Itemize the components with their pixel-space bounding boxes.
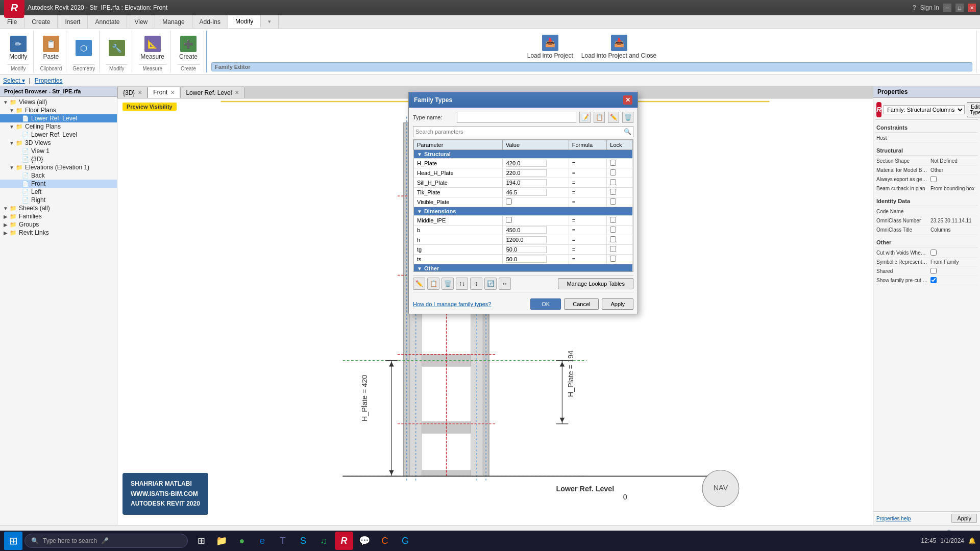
help-icon[interactable]: ? bbox=[913, 4, 916, 11]
b-value[interactable] bbox=[506, 227, 547, 234]
dialog-apply-button[interactable]: Apply bbox=[602, 298, 633, 310]
taskbar-skype[interactable]: S bbox=[294, 532, 312, 550]
tree-floor-plans[interactable]: ▼ 📁 Floor Plans bbox=[0, 106, 117, 114]
tree-front[interactable]: 📄 Front bbox=[0, 180, 117, 188]
tg-value[interactable] bbox=[506, 246, 547, 253]
minimize-button[interactable]: ─ bbox=[943, 4, 951, 12]
h-plate-lock[interactable] bbox=[610, 160, 616, 166]
load-into-project-btn[interactable]: 📥 Load into Project bbox=[525, 34, 575, 60]
tree-views-all[interactable]: ▼ 📁 Views (all) bbox=[0, 98, 117, 106]
dialog-cancel-button[interactable]: Cancel bbox=[564, 298, 599, 310]
move-down-button[interactable]: ↕ bbox=[470, 278, 482, 290]
tree-left[interactable]: 📄 Left bbox=[0, 188, 117, 196]
taskbar-spotify[interactable]: ♫ bbox=[314, 532, 333, 550]
tree-3d[interactable]: 📄 {3D} bbox=[0, 155, 117, 163]
sort-button[interactable]: 🔃 bbox=[484, 278, 497, 290]
tab-modify[interactable]: Modify bbox=[228, 15, 261, 28]
taskbar-teams[interactable]: T bbox=[274, 532, 292, 550]
type-name-input[interactable] bbox=[457, 112, 576, 123]
view-tab-front[interactable]: Front ✕ bbox=[148, 87, 180, 98]
tab-create[interactable]: Create bbox=[24, 15, 58, 28]
create-btn[interactable]: ➕ Create bbox=[177, 35, 200, 61]
param-search-input[interactable] bbox=[413, 126, 633, 137]
taskbar-app2[interactable]: C bbox=[376, 532, 394, 550]
sign-in[interactable]: Sign In bbox=[920, 4, 939, 11]
type-delete-button[interactable]: 🗑️ bbox=[622, 112, 633, 123]
type-rename-button[interactable]: ✏️ bbox=[608, 112, 619, 123]
tree-ceiling-plans[interactable]: ▼ 📁 Ceiling Plans bbox=[0, 122, 117, 131]
tab-annotate[interactable]: Annotate bbox=[88, 15, 127, 28]
view-tab-front-close[interactable]: ✕ bbox=[170, 90, 175, 95]
tg-lock[interactable] bbox=[610, 246, 616, 252]
tik-plate-lock[interactable] bbox=[610, 189, 616, 195]
h-plate-value[interactable] bbox=[506, 160, 547, 167]
paste-btn[interactable]: 📋 Paste bbox=[41, 35, 61, 61]
sill-h-plate-value[interactable] bbox=[506, 179, 547, 186]
close-button[interactable]: ✕ bbox=[968, 4, 976, 12]
modify-tools-btn[interactable]: 🔧 bbox=[107, 39, 127, 57]
shared-checkbox[interactable] bbox=[930, 268, 937, 274]
dialog-ok-button[interactable]: OK bbox=[530, 298, 561, 310]
visible-plate-lock[interactable] bbox=[610, 198, 616, 205]
tree-groups[interactable]: ▶ 📁 Groups bbox=[0, 220, 117, 229]
head-h-plate-value[interactable] bbox=[506, 169, 547, 177]
tree-3d-views[interactable]: ▼ 📁 3D Views bbox=[0, 139, 117, 147]
delete-param-button[interactable]: 🗑️ bbox=[442, 278, 454, 290]
ts-value[interactable] bbox=[506, 256, 547, 263]
middle-ipe-lock[interactable] bbox=[610, 217, 616, 223]
load-into-project-close-btn[interactable]: 📥 Load into Project and Close bbox=[579, 34, 658, 60]
taskbar-revit[interactable]: R bbox=[335, 532, 353, 550]
cut-voids-checkbox[interactable] bbox=[930, 249, 937, 256]
head-h-plate-lock[interactable] bbox=[610, 169, 616, 176]
tree-view1[interactable]: 📄 View 1 bbox=[0, 147, 117, 155]
modify-btn[interactable]: ✏ Modify bbox=[7, 35, 29, 61]
tab-context[interactable]: ▾ bbox=[261, 15, 279, 28]
new-param-button[interactable]: 📋 bbox=[427, 278, 439, 290]
tree-lower-ref-level-floor[interactable]: 📄 Lower Ref. Level bbox=[0, 114, 117, 122]
ts-lock[interactable] bbox=[610, 256, 616, 262]
taskbar-notification[interactable]: 🔔 bbox=[968, 537, 976, 544]
b-lock[interactable] bbox=[610, 227, 616, 233]
tree-families[interactable]: ▶ 📁 Families bbox=[0, 212, 117, 220]
tab-manage[interactable]: Manage bbox=[155, 15, 192, 28]
taskbar-ie[interactable]: e bbox=[253, 532, 272, 550]
taskbar-file-explorer[interactable]: 📁 bbox=[212, 532, 231, 550]
geometry-btn[interactable]: ⬡ bbox=[74, 39, 94, 57]
show-precut-checkbox[interactable] bbox=[930, 277, 937, 283]
start-button[interactable]: ⊞ bbox=[4, 532, 22, 550]
select-link[interactable]: Select ▾ bbox=[3, 77, 25, 84]
tab-insert[interactable]: Insert bbox=[58, 15, 88, 28]
h-value[interactable] bbox=[506, 236, 547, 243]
move-up-button[interactable]: ↑↓ bbox=[456, 278, 468, 290]
properties-help-link[interactable]: Properties help bbox=[876, 516, 911, 521]
tree-lower-ref-level-ceil[interactable]: 📄 Lower Ref. Level bbox=[0, 131, 117, 139]
edit-type-button[interactable]: Edit Type bbox=[967, 102, 980, 117]
view-tab-lower-ref-close[interactable]: ✕ bbox=[235, 90, 239, 95]
manage-lookup-button[interactable]: Manage Lookup Tables bbox=[558, 278, 633, 289]
tree-back[interactable]: 📄 Back bbox=[0, 171, 117, 180]
tree-elevations[interactable]: ▼ 📁 Elevations (Elevation 1) bbox=[0, 163, 117, 171]
taskbar-whatsapp[interactable]: 💬 bbox=[355, 532, 374, 550]
tree-revit-links[interactable]: ▶ 📁 Revit Links bbox=[0, 229, 117, 237]
taskbar-task-view[interactable]: ⊞ bbox=[192, 532, 210, 550]
taskbar-chrome[interactable]: ● bbox=[233, 532, 251, 550]
taskbar-search[interactable]: 🔍 Type here to search 🎤 bbox=[24, 534, 188, 548]
properties-apply-button[interactable]: Apply bbox=[951, 514, 977, 523]
tab-file[interactable]: File bbox=[0, 15, 24, 28]
tree-right[interactable]: 📄 Right bbox=[0, 196, 117, 204]
properties-link[interactable]: Properties bbox=[35, 77, 63, 84]
family-type-select[interactable]: Family: Structural Columns bbox=[884, 105, 965, 114]
tab-view[interactable]: View bbox=[127, 15, 155, 28]
middle-ipe-value[interactable] bbox=[506, 217, 512, 223]
edit-param-button[interactable]: ✏️ bbox=[413, 278, 425, 290]
view-tab-3d[interactable]: {3D} ✕ bbox=[117, 87, 148, 98]
view-tab-lower-ref[interactable]: Lower Ref. Level ✕ bbox=[180, 87, 244, 98]
tree-sheets[interactable]: ▼ 📁 Sheets (all) bbox=[0, 204, 117, 212]
taskbar-app3[interactable]: G bbox=[396, 532, 414, 550]
group-button[interactable]: ↔ bbox=[499, 278, 511, 290]
h-lock[interactable] bbox=[610, 236, 616, 242]
export-geom-checkbox[interactable] bbox=[930, 176, 937, 182]
family-types-help-link[interactable]: How do I manage family types? bbox=[413, 301, 491, 307]
tab-addins[interactable]: Add-Ins bbox=[192, 15, 228, 28]
visible-plate-value[interactable] bbox=[506, 198, 512, 205]
